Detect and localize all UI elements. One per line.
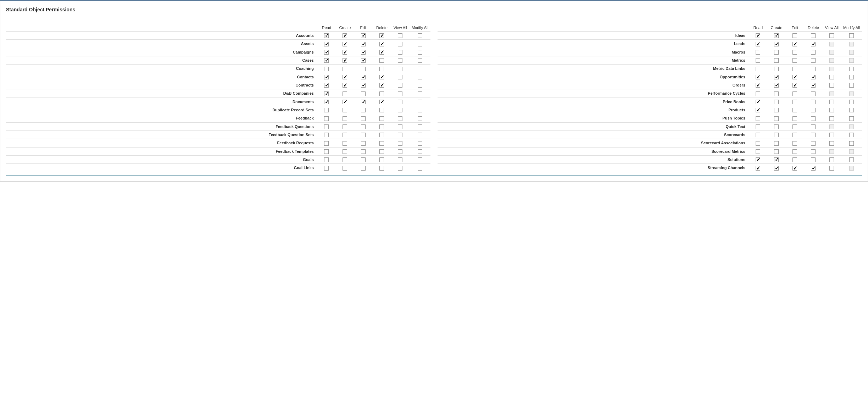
checkbox[interactable] [774,50,779,55]
checkbox[interactable] [379,50,384,55]
checkbox[interactable] [324,50,329,55]
checkbox[interactable] [811,100,816,104]
checkbox[interactable] [829,141,834,146]
checkbox[interactable] [343,141,347,146]
checkbox[interactable] [811,157,816,162]
checkbox[interactable] [418,50,422,55]
checkbox[interactable] [829,108,834,112]
checkbox[interactable] [811,67,816,71]
checkbox[interactable] [379,67,384,71]
checkbox[interactable] [756,157,760,162]
checkbox[interactable] [849,166,854,171]
checkbox[interactable] [398,67,402,71]
checkbox[interactable] [829,116,834,121]
checkbox[interactable] [792,42,797,46]
checkbox[interactable] [343,166,347,171]
checkbox[interactable] [379,42,384,46]
checkbox[interactable] [774,108,779,112]
checkbox[interactable] [792,166,797,171]
checkbox[interactable] [324,100,329,104]
checkbox[interactable] [418,124,422,129]
checkbox[interactable] [756,91,760,96]
checkbox[interactable] [811,42,816,46]
checkbox[interactable] [756,58,760,63]
checkbox[interactable] [418,91,422,96]
checkbox[interactable] [324,75,329,79]
checkbox[interactable] [774,33,779,38]
checkbox[interactable] [774,91,779,96]
checkbox[interactable] [361,149,366,154]
checkbox[interactable] [361,157,366,162]
checkbox[interactable] [756,33,760,38]
checkbox[interactable] [398,100,402,104]
checkbox[interactable] [774,116,779,121]
checkbox[interactable] [829,100,834,104]
checkbox[interactable] [398,75,402,79]
checkbox[interactable] [418,108,422,112]
checkbox[interactable] [811,58,816,63]
checkbox[interactable] [361,83,366,88]
checkbox[interactable] [398,50,402,55]
checkbox[interactable] [398,116,402,121]
checkbox[interactable] [811,133,816,137]
checkbox[interactable] [379,75,384,79]
checkbox[interactable] [343,33,347,38]
checkbox[interactable] [379,166,384,171]
checkbox[interactable] [774,149,779,154]
checkbox[interactable] [343,67,347,71]
checkbox[interactable] [324,42,329,46]
checkbox[interactable] [792,75,797,79]
checkbox[interactable] [361,42,366,46]
checkbox[interactable] [343,100,347,104]
checkbox[interactable] [774,42,779,46]
checkbox[interactable] [398,157,402,162]
checkbox[interactable] [398,58,402,63]
checkbox[interactable] [324,141,329,146]
checkbox[interactable] [379,141,384,146]
checkbox[interactable] [774,157,779,162]
checkbox[interactable] [849,141,854,146]
checkbox[interactable] [849,42,854,46]
checkbox[interactable] [418,116,422,121]
checkbox[interactable] [774,141,779,146]
checkbox[interactable] [829,166,834,171]
checkbox[interactable] [343,124,347,129]
checkbox[interactable] [756,100,760,104]
checkbox[interactable] [398,91,402,96]
checkbox[interactable] [849,133,854,137]
checkbox[interactable] [811,141,816,146]
checkbox[interactable] [379,83,384,88]
checkbox[interactable] [792,141,797,146]
checkbox[interactable] [418,83,422,88]
checkbox[interactable] [829,42,834,46]
checkbox[interactable] [849,83,854,88]
checkbox[interactable] [756,141,760,146]
checkbox[interactable] [418,133,422,137]
checkbox[interactable] [418,42,422,46]
checkbox[interactable] [324,149,329,154]
checkbox[interactable] [398,108,402,112]
checkbox[interactable] [756,67,760,71]
checkbox[interactable] [361,166,366,171]
checkbox[interactable] [849,33,854,38]
checkbox[interactable] [361,91,366,96]
checkbox[interactable] [343,58,347,63]
checkbox[interactable] [792,83,797,88]
checkbox[interactable] [361,108,366,112]
checkbox[interactable] [398,133,402,137]
checkbox[interactable] [774,75,779,79]
checkbox[interactable] [379,91,384,96]
checkbox[interactable] [829,50,834,55]
checkbox[interactable] [324,33,329,38]
checkbox[interactable] [829,149,834,154]
checkbox[interactable] [829,67,834,71]
checkbox[interactable] [361,116,366,121]
checkbox[interactable] [774,124,779,129]
checkbox[interactable] [361,67,366,71]
checkbox[interactable] [343,50,347,55]
checkbox[interactable] [792,108,797,112]
checkbox[interactable] [849,124,854,129]
checkbox[interactable] [756,75,760,79]
checkbox[interactable] [792,133,797,137]
checkbox[interactable] [849,91,854,96]
